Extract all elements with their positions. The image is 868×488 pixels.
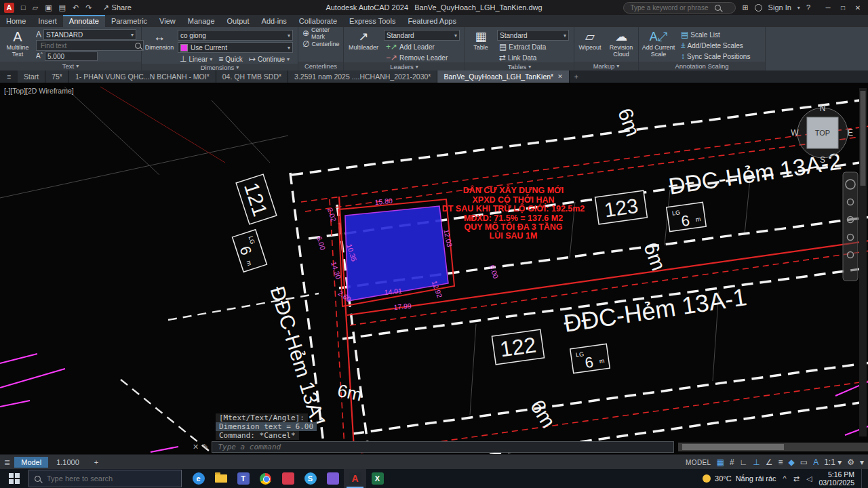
autocad-logo[interactable]: A	[4, 3, 14, 13]
osnap-toggle[interactable]: ≡	[778, 458, 783, 467]
taskbar-clock[interactable]: 5:16 PM 03/10/2025	[818, 470, 854, 487]
plot-icon[interactable]: ▤	[59, 3, 66, 12]
drawing-viewport[interactable]: [-][Top][2D Wireframe] 2.02 15.80 6.00 1…	[0, 83, 868, 454]
viewcube-south[interactable]: S	[820, 155, 825, 165]
file-tab-banve-quyhoach[interactable]: BanVe_QuyHoach_LGH_TanKien*✕	[437, 70, 569, 83]
command-close-icon[interactable]: ✕	[193, 443, 199, 451]
extract-data-button[interactable]: ▤ Extract Data	[497, 42, 569, 52]
taskbar-app-chrome[interactable]	[254, 469, 277, 488]
text-panel-footer[interactable]: Text▾	[0, 62, 141, 70]
taskbar-search-box[interactable]	[28, 470, 182, 487]
dimension-button[interactable]: ↔ Dimension	[144, 28, 175, 64]
viewcube-west[interactable]: W	[791, 128, 799, 138]
navigation-bar[interactable]	[843, 172, 858, 281]
revision-cloud-button[interactable]: ☁ Revision Cloud	[606, 28, 636, 62]
tab-view[interactable]: View	[153, 16, 182, 27]
taskbar-app-teams[interactable]: T	[232, 469, 254, 488]
center-mark-button[interactable]: ⊕ Center Mark	[300, 28, 341, 38]
tab-featured-apps[interactable]: Featured Apps	[401, 16, 462, 27]
viewport-controls[interactable]: [-][Top][2D Wireframe]	[4, 87, 74, 95]
maximize-button[interactable]: □	[835, 4, 850, 12]
sync-scale-positions-button[interactable]: ↕ Sync Scale Positions	[679, 52, 760, 61]
status-overflow-icon[interactable]: ▾	[860, 458, 864, 467]
multiline-text-button[interactable]: A Multiline Text	[2, 28, 33, 62]
quick-dim-button[interactable]: ≡ Quick	[216, 54, 245, 64]
start-button[interactable]	[0, 469, 28, 488]
tab-annotate[interactable]: Annotate	[63, 15, 105, 27]
tab-manage[interactable]: Manage	[182, 16, 221, 27]
taskbar-app-red[interactable]	[277, 469, 299, 488]
help-search-input[interactable]	[629, 3, 711, 12]
polar-tracking-toggle[interactable]: ⊥	[753, 458, 760, 467]
file-tab-75[interactable]: 75*	[45, 70, 69, 83]
remove-leader-button[interactable]: −↗ Remove Leader	[384, 53, 460, 62]
wipeout-button[interactable]: ▱ Wipeout	[576, 28, 604, 62]
scale-list-button[interactable]: ▤ Scale List	[679, 30, 760, 39]
snap-toggle[interactable]: #	[730, 458, 734, 467]
dim-layer-select[interactable]: Use Current▾	[178, 42, 293, 53]
taskbar-app-edge[interactable]: e	[187, 469, 210, 488]
new-tab-button[interactable]: +	[570, 70, 583, 83]
new-file-icon[interactable]: □	[21, 3, 26, 12]
file-tab-start[interactable]: Start	[18, 70, 45, 83]
undo-icon[interactable]: ↶	[73, 3, 79, 12]
volume-icon[interactable]: ◁	[806, 474, 812, 483]
new-layout-button[interactable]: +	[87, 457, 105, 468]
multileader-button[interactable]: ↗ Multileader	[346, 28, 381, 62]
show-desktop-button[interactable]	[861, 469, 865, 488]
isodraft-toggle[interactable]: ∠	[766, 458, 773, 467]
taskbar-app-file-explorer[interactable]	[210, 469, 232, 488]
mleader-style-select[interactable]: Standard▾	[384, 30, 460, 41]
apps-grid-icon[interactable]: ⊞	[742, 3, 748, 12]
annotation-visibility-toggle[interactable]: A	[813, 458, 818, 467]
tab-add-ins[interactable]: Add-ins	[256, 16, 293, 27]
grid-toggle[interactable]: ▦	[717, 458, 724, 467]
text-style-select[interactable]: STANDARD▾	[43, 29, 136, 40]
tab-output[interactable]: Output	[221, 16, 256, 27]
lineweight-toggle[interactable]: ▭	[800, 458, 808, 467]
file-tab-3-2591[interactable]: 3.2591 nam 2025 ....HCHANH_2021-2030*	[288, 70, 437, 83]
taskbar-app-excel[interactable]: X	[366, 469, 389, 488]
find-text-search-icon[interactable]	[135, 43, 141, 49]
add-leader-button[interactable]: +↗ Add Leader	[384, 42, 460, 52]
hidden-icons-chevron[interactable]: ^	[783, 474, 787, 483]
linear-dim-button[interactable]: ⊥ Linear▾	[178, 54, 214, 64]
tab-express-tools[interactable]: Express Tools	[343, 16, 401, 27]
centerline-button[interactable]: ∅ Centerline	[300, 39, 341, 49]
find-text-input[interactable]	[39, 42, 132, 49]
tab-home[interactable]: Home	[0, 16, 32, 27]
file-tab-phan-vung[interactable]: 1- PHAN VUNG QHC...N BCHANH - MOI*	[69, 70, 216, 83]
continue-dim-button[interactable]: ↦ Continue▾	[247, 54, 292, 64]
markup-panel-footer[interactable]: Markup▾	[574, 62, 638, 70]
horizontal-scrollbar-thumb[interactable]	[682, 444, 784, 450]
add-current-scale-button[interactable]: A⤢ Add Current Scale	[641, 28, 676, 62]
taskbar-app-purple[interactable]	[321, 469, 344, 488]
open-file-icon[interactable]: ▱	[33, 3, 38, 12]
taskbar-search-input[interactable]	[45, 474, 157, 483]
close-button[interactable]: ✕	[850, 4, 865, 12]
leaders-panel-footer[interactable]: Leaders▾	[344, 62, 465, 70]
viewcube-north[interactable]: N	[820, 104, 826, 113]
command-input-box[interactable]	[212, 441, 674, 453]
share-button[interactable]: ↗ Share	[102, 3, 132, 12]
file-tabs-menu-icon[interactable]: ≡	[0, 70, 18, 83]
tab-parametric[interactable]: Parametric	[105, 16, 153, 27]
cad-canvas[interactable]: 2.02 15.80 6.00 10.35 14.30 12.03 2.60 1…	[0, 83, 868, 454]
tables-panel-footer[interactable]: Tables▾	[465, 62, 574, 70]
link-data-button[interactable]: ⇄ Link Data	[497, 53, 569, 62]
sign-in-button[interactable]: Sign In	[768, 3, 791, 12]
network-icon[interactable]: ⇄	[793, 474, 800, 483]
table-button[interactable]: ▦ Table	[467, 28, 494, 62]
model-tab[interactable]: Model	[14, 457, 48, 468]
sign-in-caret-icon[interactable]: ▾	[797, 5, 800, 11]
viewcube-east[interactable]: E	[848, 128, 853, 138]
annotation-scale-select[interactable]: 1:1 ▾	[824, 458, 842, 467]
layout-menu-icon[interactable]: ≣	[4, 458, 10, 467]
viewcube-top-face[interactable]: TOP	[815, 129, 830, 137]
text-height-input[interactable]	[45, 52, 98, 61]
tab-collaborate[interactable]: Collaborate	[293, 16, 343, 27]
help-search-box[interactable]	[623, 2, 736, 14]
minimize-button[interactable]: ─	[821, 4, 835, 12]
dim-style-select[interactable]: co giong▾	[178, 30, 293, 41]
save-icon[interactable]: ▣	[45, 3, 52, 12]
